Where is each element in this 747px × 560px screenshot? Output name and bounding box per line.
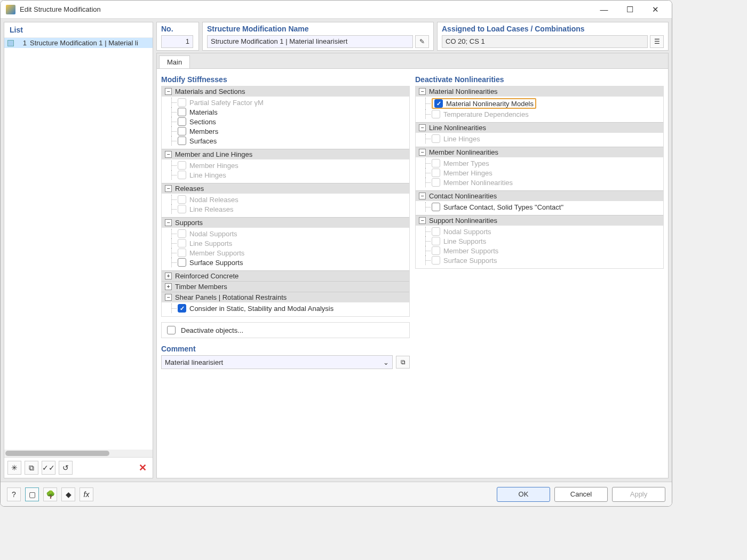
delete-item-button[interactable]: ✕	[136, 461, 149, 475]
expand-toggle-icon[interactable]: −	[165, 151, 172, 158]
list-item-label: Structure Modification 1 | Material li	[30, 39, 138, 47]
name-input[interactable]: Structure Modification 1 | Material line…	[207, 35, 413, 48]
deactivate-objects-checkbox[interactable]	[167, 326, 176, 334]
expand-toggle-icon[interactable]: −	[419, 124, 426, 131]
name-label: Structure Modification Name	[207, 25, 429, 33]
modify-item[interactable]: Member Supports	[162, 248, 409, 258]
assigned-input[interactable]: CO 20; CS 1	[442, 35, 648, 48]
deactivate-item[interactable]: Member Types	[416, 158, 663, 168]
no-label: No.	[161, 25, 194, 33]
close-window-button[interactable]: ✕	[647, 3, 663, 16]
modify-group-hinges[interactable]: −Member and Line Hinges	[162, 149, 409, 159]
modify-item[interactable]: Surface Supports	[162, 258, 409, 267]
checkbox[interactable]	[178, 258, 186, 267]
expand-toggle-icon[interactable]: −	[419, 193, 426, 199]
modify-item[interactable]: Members	[162, 126, 409, 136]
checkbox[interactable]	[178, 137, 186, 145]
check-all-button[interactable]: ✓✓	[42, 461, 55, 475]
expand-toggle-icon[interactable]: +	[165, 283, 172, 290]
deactivate-item[interactable]: Surface Supports	[416, 255, 663, 265]
deactivate-item[interactable]: Member Hinges	[416, 168, 663, 178]
modify-group-supports[interactable]: −Supports	[162, 217, 409, 228]
deactivate-item[interactable]: Surface Contact, Solid Types "Contact"	[416, 202, 663, 212]
modify-item[interactable]: Materials	[162, 107, 409, 117]
modify-item[interactable]: Line Supports	[162, 238, 409, 248]
view-tree-button[interactable]: 🌳	[43, 487, 57, 501]
list-item-number: 1	[17, 39, 27, 47]
no-input[interactable]: 1	[161, 35, 193, 48]
modify-group-timber[interactable]: +Timber Members	[162, 281, 409, 292]
deactivate-group-label: Support Nonlinearities	[429, 217, 497, 225]
deactivate-item[interactable]: Temperature Dependencies	[416, 109, 663, 119]
deactivate-group-memnl[interactable]: −Member Nonlinearities	[416, 147, 663, 157]
cancel-button[interactable]: Cancel	[554, 487, 608, 502]
modify-item[interactable]: Consider in Static, Stability and Modal …	[162, 303, 409, 313]
help-button[interactable]: ?	[7, 487, 21, 501]
expand-toggle-icon[interactable]: −	[165, 219, 172, 226]
deactivate-objects-row[interactable]: Deactivate objects...	[161, 322, 410, 338]
expand-toggle-icon[interactable]: −	[165, 185, 172, 192]
window-title: Edit Structure Modification	[20, 5, 596, 13]
checkbox[interactable]	[178, 108, 186, 116]
modify-group-label: Timber Members	[175, 283, 227, 291]
edit-name-button[interactable]: ✎	[415, 35, 429, 48]
comment-combo[interactable]: Material linearisiert ⌄	[161, 355, 393, 369]
maximize-button[interactable]: ☐	[622, 3, 638, 16]
new-item-button[interactable]: ✳	[7, 461, 21, 475]
deactivate-item[interactable]: Nodal Supports	[416, 227, 663, 236]
deactivate-item[interactable]: Member Supports	[416, 246, 663, 255]
assigned-browse-button[interactable]: ☰	[650, 35, 664, 48]
modify-group-rc[interactable]: +Reinforced Concrete	[162, 270, 409, 281]
list-h-scrollbar[interactable]	[4, 450, 153, 457]
modify-group-shear[interactable]: −Shear Panels | Rotational Restraints	[162, 292, 409, 302]
modify-item[interactable]: Line Releases	[162, 204, 409, 214]
expand-toggle-icon[interactable]: −	[419, 217, 426, 224]
tab-main[interactable]: Main	[159, 55, 190, 68]
modify-group-mat_sec[interactable]: −Materials and Sections	[162, 86, 409, 97]
view-box-button[interactable]: ▢	[25, 487, 39, 501]
list-header: List	[4, 22, 153, 38]
view-graph-button[interactable]: ◆	[61, 487, 75, 501]
checkbox[interactable]	[178, 117, 186, 126]
modify-item[interactable]: Partial Safety Factor γM	[162, 98, 409, 107]
modify-item[interactable]: Nodal Supports	[162, 229, 409, 238]
deactivate-group-suppnl[interactable]: −Support Nonlinearities	[416, 215, 663, 226]
checkbox	[178, 161, 186, 170]
modify-item[interactable]: Member Hinges	[162, 161, 409, 170]
checkbox	[178, 98, 186, 107]
fx-button[interactable]: fx	[80, 487, 93, 501]
checkbox[interactable]	[432, 203, 440, 211]
expand-toggle-icon[interactable]: −	[165, 294, 172, 301]
list-item[interactable]: 1 Structure Modification 1 | Material li	[4, 38, 153, 48]
modify-group-releases[interactable]: −Releases	[162, 183, 409, 194]
modify-item[interactable]: Surfaces	[162, 136, 409, 146]
checkbox[interactable]	[434, 99, 443, 108]
modify-item[interactable]: Sections	[162, 117, 409, 126]
ok-button[interactable]: OK	[497, 487, 550, 502]
checkbox[interactable]	[178, 304, 186, 313]
apply-button[interactable]: Apply	[612, 487, 665, 502]
copy-item-button[interactable]: ⧉	[25, 461, 38, 475]
deactivate-item[interactable]: Line Supports	[416, 236, 663, 246]
modify-item[interactable]: Line Hinges	[162, 170, 409, 180]
checkbox[interactable]	[178, 127, 186, 135]
expand-toggle-icon[interactable]: −	[165, 88, 172, 95]
deactivate-item[interactable]: Line Hinges	[416, 134, 663, 143]
minimize-button[interactable]: —	[596, 3, 612, 16]
comment-copy-button[interactable]: ⧉	[396, 356, 410, 369]
expand-toggle-icon[interactable]: −	[419, 88, 426, 95]
deactivate-group-contact[interactable]: −Contact Nonlinearities	[416, 190, 663, 201]
deactivate-item-label: Member Supports	[443, 247, 498, 255]
chevron-down-icon: ⌄	[383, 358, 389, 366]
modify-item[interactable]: Nodal Releases	[162, 195, 409, 204]
deactivate-group-matnl[interactable]: −Material Nonlinearities	[416, 86, 663, 97]
deactivate-item[interactable]: Member Nonlinearities	[416, 178, 663, 187]
expand-toggle-icon[interactable]: +	[165, 273, 172, 279]
switch-button[interactable]: ↺	[59, 461, 73, 475]
deactivate-item[interactable]: Material Nonlinearity Models	[416, 98, 663, 109]
expand-toggle-icon[interactable]: −	[419, 149, 426, 156]
help-icon: ?	[12, 490, 16, 499]
list-body[interactable]: 1 Structure Modification 1 | Material li	[4, 38, 153, 450]
deactivate-item-label: Member Nonlinearities	[443, 179, 513, 187]
deactivate-group-linenl[interactable]: −Line Nonlinearities	[416, 122, 663, 133]
